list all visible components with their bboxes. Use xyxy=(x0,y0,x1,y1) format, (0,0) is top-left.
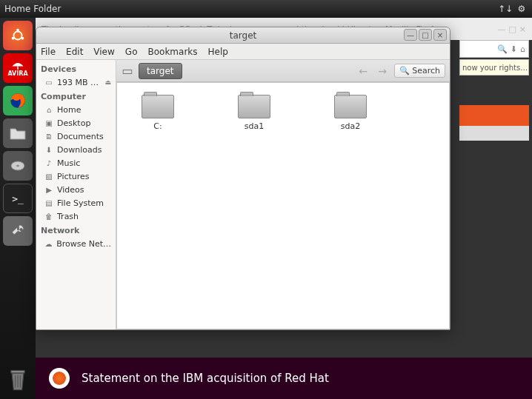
svg-point-2 xyxy=(21,37,24,40)
sidebar-device-item[interactable]: ▭ 193 MB … ⏏ xyxy=(36,76,116,89)
sidebar-item-trash[interactable]: 🗑Trash xyxy=(36,209,116,223)
folder-item[interactable]: sda2 xyxy=(325,95,376,131)
panel-title: Home Folder xyxy=(4,4,61,14)
background-rights-close-icon[interactable]: ✖ xyxy=(528,64,529,72)
filesystem-icon: ▤ xyxy=(44,198,54,208)
trash-icon xyxy=(7,368,28,392)
launcher-avira[interactable]: AVIRA xyxy=(3,53,33,83)
eject-icon[interactable]: ⏏ xyxy=(104,78,111,86)
location-drive-icon[interactable]: ▭ xyxy=(121,64,134,78)
avira-label: AVIRA xyxy=(7,71,27,77)
bg-home-icon[interactable]: ⌂ xyxy=(520,44,525,54)
maximize-button[interactable]: □ xyxy=(419,29,432,41)
folder-icon xyxy=(9,126,27,141)
network-small-icon: ☁ xyxy=(44,238,53,249)
menu-edit[interactable]: Edit xyxy=(66,47,83,57)
launcher-files[interactable] xyxy=(3,118,33,148)
ubuntu-banner[interactable]: Statement on the IBM acquisition of Red … xyxy=(36,358,532,399)
sidebar-item-videos[interactable]: ▶Videos xyxy=(36,183,116,196)
background-right-strip: 🔍 ⬇ ⌂ now your rights… ✖ xyxy=(459,40,529,141)
menu-bookmarks[interactable]: Bookmarks xyxy=(147,47,197,57)
menu-view[interactable]: View xyxy=(93,47,114,57)
menu-file[interactable]: File xyxy=(41,47,56,57)
bg-close-icon[interactable]: × xyxy=(519,24,526,34)
background-rights-text: now your rights… xyxy=(462,64,528,72)
desktop-icon: ▣ xyxy=(44,118,54,128)
sidebar-item-pictures[interactable]: ▧Pictures xyxy=(36,170,116,183)
launcher-trash[interactable] xyxy=(3,365,33,395)
sidebar-label-home: Home xyxy=(57,105,81,115)
close-button[interactable]: × xyxy=(433,29,447,41)
nav-back-button[interactable]: ← xyxy=(356,64,370,78)
sidebar-device-label: 193 MB … xyxy=(57,78,99,87)
menubar: File Edit View Go Bookmarks Help xyxy=(36,44,450,60)
icon-view[interactable]: C: sda1 sda2 xyxy=(116,82,450,329)
ubuntu-roundel-icon xyxy=(49,368,70,389)
minimize-button[interactable]: — xyxy=(404,29,417,41)
window-title: target xyxy=(230,30,257,41)
menu-help[interactable]: Help xyxy=(208,47,228,57)
launcher: AVIRA >_ xyxy=(0,18,36,399)
window-body: Devices ▭ 193 MB … ⏏ Computer ⌂Home ▣Des… xyxy=(36,60,450,329)
launcher-dash[interactable] xyxy=(3,21,33,50)
sidebar-item-browse-network[interactable]: ☁Browse Net… xyxy=(36,237,116,250)
sidebar-label-downloads: Downloads xyxy=(57,145,102,155)
background-rights-bar: now your rights… ✖ xyxy=(459,59,529,76)
file-manager-window: target — □ × File Edit View Go Bookmarks… xyxy=(36,27,450,330)
sidebar-label-pictures: Pictures xyxy=(57,172,90,181)
sidebar-item-music[interactable]: ♪Music xyxy=(36,156,116,170)
bg-maximize-icon[interactable]: □ xyxy=(508,24,516,34)
menu-go[interactable]: Go xyxy=(125,47,138,57)
terminal-icon: >_ xyxy=(12,193,24,204)
background-dark-strip xyxy=(459,76,529,105)
sidebar-head-devices: Devices xyxy=(36,61,116,76)
bg-download-icon[interactable]: ⬇ xyxy=(511,44,517,54)
search-icon: 🔍 xyxy=(399,66,410,76)
launcher-firefox[interactable] xyxy=(3,86,33,115)
search-button[interactable]: 🔍 Search xyxy=(394,64,445,78)
launcher-disk[interactable] xyxy=(3,151,33,181)
sidebar-item-filesystem[interactable]: ▤File System xyxy=(36,196,116,209)
top-panel: Home Folder ↑↓ ⚙ xyxy=(0,0,532,18)
content-area: ▭ target ← → 🔍 Search C: sda1 xyxy=(116,60,450,329)
sidebar-head-computer: Computer xyxy=(36,89,116,103)
sidebar-item-desktop[interactable]: ▣Desktop xyxy=(36,116,116,130)
background-window-controls: — □ × xyxy=(497,24,526,34)
banner-text: Statement on the IBM acquisition of Red … xyxy=(82,372,329,385)
folder-item[interactable]: sda1 xyxy=(228,95,280,131)
sidebar-label-trash: Trash xyxy=(57,212,79,221)
bg-search-icon[interactable]: 🔍 xyxy=(497,44,508,54)
trash-small-icon: 🗑 xyxy=(44,211,54,221)
sidebar-item-home[interactable]: ⌂Home xyxy=(36,103,116,116)
nav-forward-button[interactable]: → xyxy=(375,64,390,78)
sidebar: Devices ▭ 193 MB … ⏏ Computer ⌂Home ▣Des… xyxy=(36,60,116,329)
bg-minimize-icon[interactable]: — xyxy=(497,24,505,34)
folder-icon xyxy=(238,95,270,118)
sidebar-item-documents[interactable]: 🗎Documents xyxy=(36,130,116,143)
svg-point-1 xyxy=(16,29,19,32)
sidebar-label-documents: Documents xyxy=(57,132,104,141)
launcher-settings[interactable] xyxy=(3,216,33,246)
gear-icon[interactable]: ⚙ xyxy=(516,3,528,15)
background-gray-strip xyxy=(459,126,529,141)
drive-icon: ▭ xyxy=(44,77,54,87)
sidebar-label-browse-network: Browse Net… xyxy=(56,239,111,249)
wrench-icon xyxy=(10,223,26,239)
home-icon: ⌂ xyxy=(44,104,54,115)
window-titlebar[interactable]: target — □ × xyxy=(36,27,450,44)
sidebar-label-videos: Videos xyxy=(57,185,84,195)
svg-point-3 xyxy=(12,37,15,40)
path-button[interactable]: target xyxy=(139,63,182,79)
location-bar: ▭ target ← → 🔍 Search xyxy=(116,60,450,82)
sidebar-item-downloads[interactable]: ⬇Downloads xyxy=(36,143,116,156)
window-controls: — □ × xyxy=(404,29,447,41)
folder-label: sda1 xyxy=(245,121,264,131)
sidebar-label-filesystem: File System xyxy=(57,198,104,208)
avira-umbrella-icon xyxy=(11,59,24,71)
folder-label: sda2 xyxy=(341,121,360,131)
launcher-terminal[interactable]: >_ xyxy=(3,184,33,213)
downloads-icon: ⬇ xyxy=(44,144,54,155)
folder-item[interactable]: C: xyxy=(132,95,184,131)
svg-point-0 xyxy=(14,32,22,40)
network-icon[interactable]: ↑↓ xyxy=(499,3,511,15)
